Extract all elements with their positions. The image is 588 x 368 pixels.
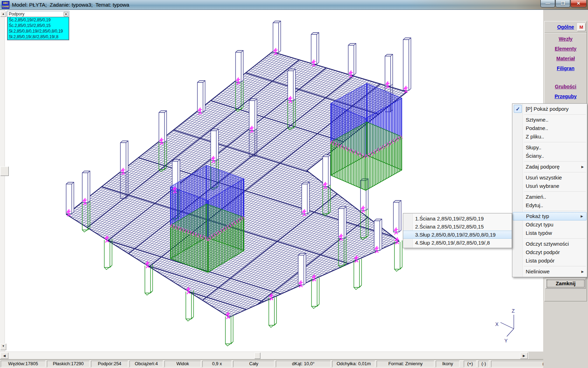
status-format[interactable]: Format: Zmienny [377,361,434,367]
menu-separator [524,211,586,211]
supports-legend-panel: Podpory x Śc.2,85/0,19//2,85/0,19 Śc.2,8… [7,11,69,40]
legend-item: Sł.2,85/0,8/0,19//2,85/0,8/0,19 [8,28,69,34]
legend-close-icon[interactable]: x [64,12,68,16]
sidebar-item-przeguby[interactable]: Przeguby [545,91,587,101]
menu-item-usun-wybrane[interactable]: Usuń wybrane [512,182,587,190]
axis-z-label: Z [512,308,515,314]
legend-item: Sł.2,85/0,19/,8//2,85/0,19/,8 [8,34,69,40]
menu-item-lista-typow[interactable]: Lista typów [512,229,587,237]
support-type-submenu: 1.Ściana 2,85/0,19//2,85/0,19 2.Ściana 2… [403,213,512,248]
close-button[interactable]: ✕ [570,0,587,7]
menu-item-podatne[interactable]: Podatne.. [512,124,587,132]
menu-item-zadaj-podpore[interactable]: Zadaj podporę ▶ [512,163,587,171]
status-deviation[interactable]: Odchyłka: 0,01m [332,361,375,367]
scroll-down-icon[interactable]: ▼ [0,343,6,350]
window-controls: — ❐ ✕ [540,0,587,7]
maximize-button[interactable]: ❐ [555,0,570,7]
submenu-arrow-icon: ▶ [581,267,584,276]
menu-item-z-pliku[interactable]: Z pliku.. [512,132,587,141]
window-title: Model: PŁYTA; Zadanie: typowa3; Temat: t… [12,2,129,8]
status-whole-button[interactable]: Cały [233,361,274,367]
status-elements-count: Płaskich:17290 [47,361,90,367]
vertical-scrollbar[interactable]: ▲ ▼ [0,10,5,352]
axis-indicator: X Y Z [495,308,515,343]
supports-context-menu: ✓ [P] Pokaż podpory Sztywne.. Podatne.. … [512,103,587,277]
status-zoom-in-button[interactable]: (+) [464,361,476,367]
status-zoom-level[interactable]: 0,9 x [202,361,232,367]
menu-item-nieliniowe[interactable]: Nieliniowe ▶ [512,267,587,276]
menu-separator [524,191,586,192]
title-bar: ABC DANE Model: PŁYTA; Zadanie: typowa3;… [0,0,588,10]
menu-item-lista-podpor[interactable]: Lista podpór [512,257,587,265]
axis-x-label: X [495,321,499,327]
zamknij-button[interactable]: Zamknij [545,278,586,289]
scrollbar-corner [528,352,543,359]
menu-separator [524,114,586,115]
horizontal-scrollbar[interactable]: ◀ ▶ [0,352,528,359]
menu-separator [524,142,586,142]
submenu-item-2[interactable]: 2.Ściana 2,85/0,15//2,85/0,15 [403,223,512,231]
menu-item-zamien[interactable]: Zamień.. [512,193,587,201]
menu-item-edytuj[interactable]: Edytuj.. [512,201,587,210]
vertical-scroll-thumb[interactable] [0,166,9,176]
horizontal-scroll-thumb[interactable] [254,353,260,359]
menu-separator [524,161,586,162]
submenu-item-1[interactable]: 1.Ściana 2,85/0,19//2,85/0,19 [403,214,512,223]
menu-item-odczyt-typu[interactable]: Odczyt typu [512,220,587,229]
status-view-button[interactable]: Widok [164,361,201,367]
legend-title: Podpory [9,12,24,16]
menu-item-pokaz-typ[interactable]: Pokaż typ ▶ [513,212,587,220]
legend-item: Śc.2,85/0,19//2,85/0,19 [8,17,69,23]
legend-title-row: Podpory x [7,11,69,17]
checkmark-icon: ✓ [514,105,522,113]
menu-item-odczyt-podpor[interactable]: Odczyt podpór [512,248,587,257]
sidebar-header-row: Ogólne M [545,21,587,33]
submenu-item-3[interactable]: 3.Słup 2,85/0,8/0,19//2,85/0,8/0,19 [403,231,512,239]
minimize-button[interactable]: — [540,0,555,7]
status-supports-count: Podpór:254 [91,361,128,367]
menu-item-sciany[interactable]: Ściany.. [512,152,587,160]
status-bar: Węzłów:17805 Płaskich:17290 Podpór:254 O… [0,359,588,368]
menu-item-usun-wszystkie[interactable]: Usuń wszystkie [512,173,587,182]
scroll-up-icon[interactable]: ▲ [0,11,6,17]
menu-item-pokaz-podpory[interactable]: ✓ [P] Pokaż podpory [512,105,587,113]
axis-y-label: Y [504,338,508,343]
legend-items: Śc.2,85/0,19//2,85/0,19 Śc.2,85/0,15//2,… [7,17,69,40]
status-icons-button[interactable]: Ikony [436,361,460,367]
sidebar-item-grubosci[interactable]: Grubości [545,82,587,91]
structure-drawing: X Y Z [0,10,543,352]
status-dangle[interactable]: dKąt: 10,0° [276,361,331,367]
scroll-left-icon[interactable]: ◀ [0,353,8,359]
sidebar-item-material[interactable]: Materiał [545,54,587,63]
menu-item-odczyt-sztywnosci[interactable]: Odczyt sztywności [512,240,587,248]
menu-item-slupy[interactable]: Słupy.. [512,143,587,152]
status-loads-count: Obciążeń:4 [130,361,163,367]
sidebar-item-wezly[interactable]: Węzły [545,34,587,44]
submenu-item-4[interactable]: 4.Słup 2,85/0,19/,8//2,85/0,19/,8 [403,239,512,247]
menu-separator [524,238,586,239]
app-icon[interactable]: ABC DANE [2,1,9,9]
model-viewport[interactable]: X Y Z [0,10,543,352]
menu-separator [524,172,586,172]
core-lower [170,165,244,272]
submenu-arrow-icon: ▶ [581,163,584,171]
scroll-right-icon[interactable]: ▶ [520,353,528,359]
sidebar-item-filigran[interactable]: Filigran [545,63,587,73]
m-button[interactable]: M [577,23,586,31]
legend-item: Śc.2,85/0,15//2,85/0,15 [8,23,69,28]
menu-item-sztywne[interactable]: Sztywne.. [512,116,587,124]
status-nodes-count: Węzłów:17805 [1,361,46,367]
sidebar-item-elementy[interactable]: Elementy [545,44,587,54]
menu-separator [524,266,586,266]
status-zoom-out-button[interactable]: (-) [478,361,489,367]
core-upper [331,83,402,190]
submenu-arrow-icon: ▶ [581,212,583,220]
